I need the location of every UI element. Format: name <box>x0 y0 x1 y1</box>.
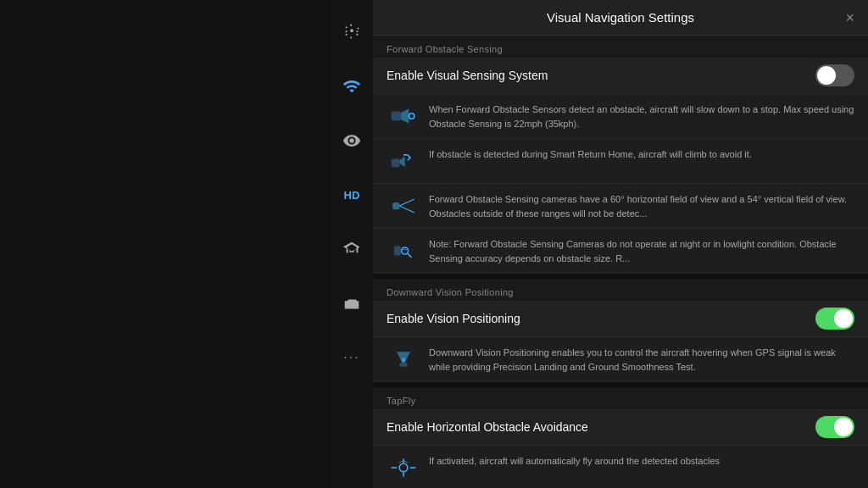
close-button[interactable]: × <box>845 10 854 25</box>
camera-icon[interactable] <box>337 288 367 319</box>
svg-rect-8 <box>394 246 401 255</box>
settings-content: Forward Obstacle Sensing Enable Visual S… <box>373 36 868 488</box>
settings-panel: Visual Navigation Settings × Forward Obs… <box>373 0 868 488</box>
svg-marker-4 <box>399 156 404 167</box>
info-text-tapfly-1: If activated, aircraft will automaticall… <box>429 452 720 469</box>
info-row-downward-1: Downward Vision Positioning enables you … <box>373 337 868 382</box>
tapfly-icon <box>387 452 420 483</box>
info-rows-downward: Downward Vision Positioning enables you … <box>373 336 868 382</box>
vision-icon[interactable] <box>337 125 367 156</box>
toggle-row-vision: Enable Vision Positioning <box>373 301 868 336</box>
info-row-1: When Forward Obstacle Sensors detect an … <box>373 94 868 139</box>
auto-icon[interactable] <box>337 234 367 264</box>
info-rows-tapfly: If activated, aircraft will automaticall… <box>373 445 868 488</box>
toggle-knob-vision <box>834 309 853 328</box>
svg-point-2 <box>409 114 414 119</box>
info-row-tapfly-1: If activated, aircraft will automaticall… <box>373 446 868 488</box>
more-icon[interactable]: ··· <box>337 342 367 373</box>
info-text-4: Note: Forward Obstacle Sensing Cameras d… <box>429 236 854 265</box>
info-text-1: When Forward Obstacle Sensors detect an … <box>429 101 854 130</box>
toggle-row-visual-sensing: Enable Visual Sensing System <box>373 58 868 93</box>
svg-marker-1 <box>401 108 409 124</box>
svg-rect-13 <box>399 363 408 367</box>
toggle-label-visual-sensing: Enable Visual Sensing System <box>387 69 548 82</box>
hd-label[interactable]: HD <box>337 180 367 210</box>
svg-line-10 <box>408 253 412 258</box>
toggle-knob-obstacle <box>834 418 853 436</box>
section-label-tapfly: TapFly <box>373 387 868 409</box>
info-row-2: If obstacle is detected during Smart Ret… <box>373 139 868 184</box>
toggle-vision[interactable] <box>815 308 854 330</box>
toggle-label-obstacle: Enable Horizontal Obstacle Avoidance <box>387 420 588 434</box>
downward-vision-icon <box>387 344 420 374</box>
section-label-downward: Downward Vision Positioning <box>373 279 868 301</box>
return-home-icon <box>387 146 420 176</box>
svg-rect-3 <box>392 159 400 168</box>
info-text-3: Forward Obstacle Sensing cameras have a … <box>429 191 854 220</box>
fov-icon <box>387 191 420 221</box>
info-text-2: If obstacle is detected during Smart Ret… <box>429 146 752 162</box>
info-row-3: Forward Obstacle Sensing cameras have a … <box>373 184 868 229</box>
camera-view: HD ··· <box>0 0 373 488</box>
info-row-4: Note: Forward Obstacle Sensing Cameras d… <box>373 229 868 274</box>
toggle-knob <box>817 66 836 85</box>
svg-line-7 <box>399 206 415 213</box>
sidebar: HD ··· <box>331 0 373 488</box>
section-label-forward: Forward Obstacle Sensing <box>373 36 868 58</box>
svg-rect-5 <box>392 202 399 209</box>
svg-rect-0 <box>392 111 401 120</box>
sensor-icon <box>387 101 420 131</box>
svg-point-15 <box>399 463 408 472</box>
svg-point-9 <box>402 247 409 254</box>
toggle-visual-sensing[interactable] <box>815 64 854 86</box>
info-rows-forward: When Forward Obstacle Sensors detect an … <box>373 93 868 274</box>
signal-icon[interactable] <box>337 71 367 102</box>
settings-header: Visual Navigation Settings × <box>373 0 868 36</box>
svg-point-14 <box>402 358 406 362</box>
toggle-label-vision: Enable Vision Positioning <box>387 312 520 325</box>
settings-title: Visual Navigation Settings <box>547 10 694 25</box>
info-text-downward-1: Downward Vision Positioning enables you … <box>429 344 854 374</box>
svg-line-6 <box>399 199 415 206</box>
toggle-obstacle[interactable] <box>815 416 854 438</box>
drone-icon[interactable] <box>337 17 367 47</box>
note-icon <box>387 236 420 266</box>
toggle-row-obstacle: Enable Horizontal Obstacle Avoidance <box>373 409 868 445</box>
